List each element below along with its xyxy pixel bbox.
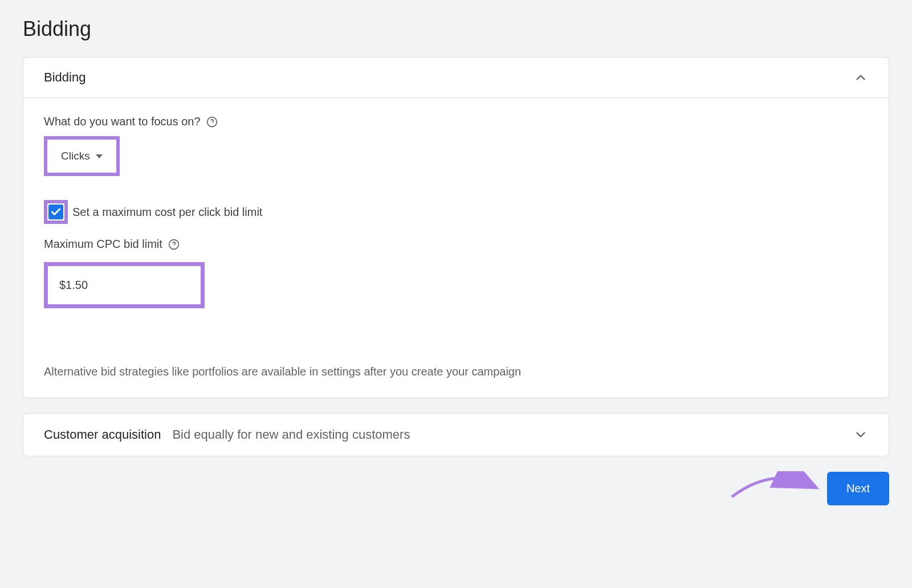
page-title: Bidding <box>23 17 889 41</box>
cpc-label-text: Maximum CPC bid limit <box>44 238 162 251</box>
arrow-annotation <box>729 471 820 505</box>
chevron-up-icon <box>853 70 868 85</box>
checkbox-highlight <box>44 200 68 224</box>
cpc-input-highlight <box>44 262 205 308</box>
focus-dropdown-highlight: Clicks <box>44 136 120 176</box>
help-icon[interactable] <box>206 116 218 128</box>
focus-dropdown[interactable]: Clicks <box>47 140 116 173</box>
alternative-strategies-note: Alternative bid strategies like portfoli… <box>44 365 868 378</box>
footer-row: Next <box>23 471 889 505</box>
bidding-card-header[interactable]: Bidding <box>23 58 889 97</box>
customer-acquisition-card: Customer acquisition Bid equally for new… <box>23 413 889 456</box>
bidding-card: Bidding What do you want to focus on? Cl… <box>23 57 889 398</box>
focus-dropdown-value: Clicks <box>61 150 90 162</box>
max-cpc-checkbox-row: Set a maximum cost per click bid limit <box>44 200 868 224</box>
customer-acquisition-subtitle: Bid equally for new and existing custome… <box>172 427 410 442</box>
max-cpc-checkbox[interactable] <box>48 205 63 219</box>
customer-acquisition-title: Customer acquisition <box>44 427 161 442</box>
bidding-card-body: What do you want to focus on? Clicks Set… <box>23 98 889 398</box>
checkmark-icon <box>50 206 62 218</box>
cpc-input[interactable] <box>48 266 201 304</box>
cpc-label: Maximum CPC bid limit <box>44 238 868 251</box>
focus-label: What do you want to focus on? <box>44 115 868 128</box>
bidding-card-title: Bidding <box>44 70 85 85</box>
caret-down-icon <box>96 154 103 158</box>
chevron-down-icon <box>853 427 868 442</box>
focus-label-text: What do you want to focus on? <box>44 115 201 128</box>
next-button[interactable]: Next <box>827 472 889 505</box>
max-cpc-checkbox-label: Set a maximum cost per click bid limit <box>72 206 262 219</box>
help-icon[interactable] <box>168 239 180 250</box>
customer-acquisition-header[interactable]: Customer acquisition Bid equally for new… <box>23 414 889 456</box>
